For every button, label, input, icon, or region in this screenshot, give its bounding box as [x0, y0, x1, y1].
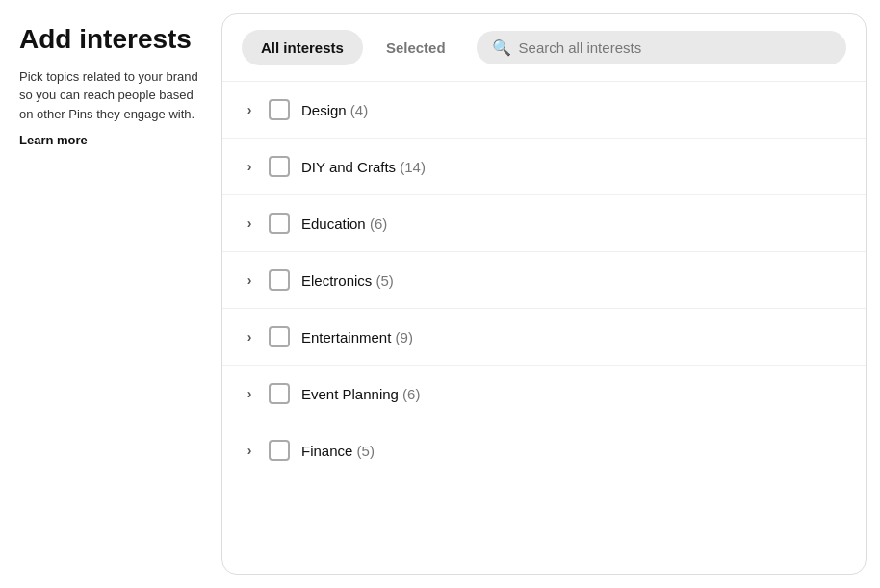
interest-checkbox[interactable]	[269, 326, 290, 347]
list-item[interactable]: ›Entertainment (9)	[222, 309, 866, 366]
list-item[interactable]: ›Design (4)	[222, 82, 866, 139]
tabs-row: All interests Selected 🔍 Search all inte…	[222, 30, 866, 82]
chevron-right-icon: ›	[242, 272, 257, 288]
interest-checkbox[interactable]	[269, 440, 290, 461]
chevron-right-icon: ›	[242, 386, 257, 401]
list-item[interactable]: ›Event Planning (6)	[222, 366, 866, 422]
interest-checkbox[interactable]	[269, 269, 290, 291]
learn-more-link[interactable]: Learn more	[19, 133, 88, 147]
interest-checkbox[interactable]	[269, 156, 290, 177]
interest-name: Event Planning (6)	[301, 386, 420, 402]
interest-name: Education (6)	[301, 216, 387, 232]
interests-list: ›Design (4)›DIY and Crafts (14)›Educatio…	[222, 82, 866, 558]
search-icon: 🔍	[492, 38, 511, 57]
interest-checkbox[interactable]	[269, 213, 290, 234]
search-placeholder: Search all interests	[519, 39, 642, 56]
interest-name: Finance (5)	[301, 443, 375, 459]
interest-name: Entertainment (9)	[301, 329, 413, 345]
chevron-right-icon: ›	[242, 329, 257, 345]
chevron-right-icon: ›	[242, 443, 257, 458]
sidebar: Add interests Pick topics related to you…	[0, 0, 221, 588]
list-item[interactable]: ›Finance (5)	[222, 422, 866, 478]
list-item[interactable]: ›DIY and Crafts (14)	[222, 139, 866, 195]
interest-count: (5)	[357, 443, 375, 459]
interest-count: (9)	[396, 329, 413, 345]
search-box[interactable]: 🔍 Search all interests	[477, 31, 846, 64]
list-item[interactable]: ›Electronics (5)	[222, 252, 866, 309]
interest-count: (4)	[350, 102, 368, 118]
page-title: Add interests	[19, 23, 202, 56]
chevron-right-icon: ›	[242, 216, 257, 231]
tab-selected[interactable]: Selected	[367, 30, 465, 65]
chevron-right-icon: ›	[242, 102, 257, 117]
interest-name: Electronics (5)	[301, 272, 394, 289]
interest-name: Design (4)	[301, 102, 368, 118]
interest-count: (5)	[376, 272, 394, 289]
interest-name: DIY and Crafts (14)	[301, 159, 426, 175]
chevron-right-icon: ›	[242, 159, 257, 174]
interest-count: (14)	[400, 159, 426, 175]
interest-checkbox[interactable]	[269, 99, 290, 120]
interest-checkbox[interactable]	[269, 383, 290, 404]
interest-count: (6)	[370, 216, 387, 232]
interest-count: (6)	[402, 386, 420, 402]
tab-all-interests[interactable]: All interests	[242, 30, 363, 65]
list-item[interactable]: ›Education (6)	[222, 195, 866, 252]
sidebar-description: Pick topics related to your brand so you…	[19, 67, 202, 124]
main-panel: All interests Selected 🔍 Search all inte…	[221, 13, 867, 575]
